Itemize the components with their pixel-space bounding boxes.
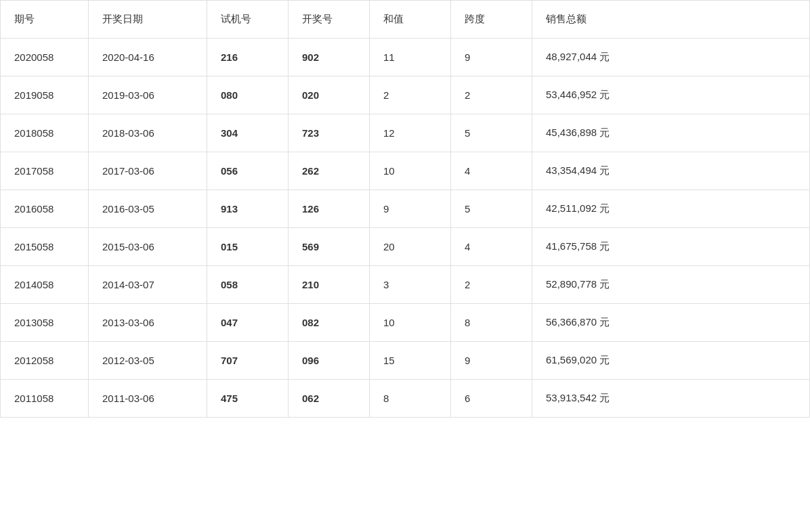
header-shiji: 试机号 (207, 1, 289, 39)
cell-hezhi: 12 (370, 114, 451, 152)
cell-qihao: 2015058 (1, 228, 89, 266)
header-date: 开奖日期 (89, 1, 207, 39)
cell-kuadu: 5 (451, 114, 532, 152)
cell-qihao: 2019058 (1, 76, 89, 114)
table-row: 20120582012-03-0570709615961,569,020 元 (1, 342, 810, 380)
cell-kaijang: 902 (289, 39, 370, 76)
table-row: 20200582020-04-1621690211948,927,044 元 (1, 39, 810, 76)
cell-xiaoshou: 41,675,758 元 (532, 228, 810, 266)
cell-date: 2019-03-06 (89, 76, 207, 114)
header-qihao: 期号 (1, 1, 89, 39)
cell-kuadu: 9 (451, 39, 532, 76)
cell-shiji: 056 (207, 152, 289, 190)
cell-kuadu: 4 (451, 152, 532, 190)
cell-xiaoshou: 53,446,952 元 (532, 76, 810, 114)
cell-xiaoshou: 48,927,044 元 (532, 39, 810, 76)
table-row: 20130582013-03-0604708210856,366,870 元 (1, 304, 810, 342)
cell-kuadu: 8 (451, 304, 532, 342)
cell-shiji: 080 (207, 76, 289, 114)
cell-kuadu: 9 (451, 342, 532, 380)
cell-shiji: 058 (207, 266, 289, 304)
cell-qihao: 2012058 (1, 342, 89, 380)
cell-xiaoshou: 52,890,778 元 (532, 266, 810, 304)
cell-kaijang: 096 (289, 342, 370, 380)
cell-kaijang: 723 (289, 114, 370, 152)
cell-qihao: 2013058 (1, 304, 89, 342)
cell-shiji: 913 (207, 190, 289, 228)
cell-kaijang: 082 (289, 304, 370, 342)
cell-xiaoshou: 56,366,870 元 (532, 304, 810, 342)
cell-date: 2011-03-06 (89, 380, 207, 418)
cell-qihao: 2011058 (1, 380, 89, 418)
cell-xiaoshou: 45,436,898 元 (532, 114, 810, 152)
table-row: 20150582015-03-0601556920441,675,758 元 (1, 228, 810, 266)
cell-kuadu: 4 (451, 228, 532, 266)
cell-hezhi: 10 (370, 304, 451, 342)
cell-xiaoshou: 43,354,494 元 (532, 152, 810, 190)
cell-qihao: 2016058 (1, 190, 89, 228)
cell-kuadu: 6 (451, 380, 532, 418)
cell-qihao: 2017058 (1, 152, 89, 190)
cell-hezhi: 20 (370, 228, 451, 266)
table-header-row: 期号 开奖日期 试机号 开奖号 和值 跨度 销售总额 (1, 1, 810, 39)
cell-hezhi: 15 (370, 342, 451, 380)
table-row: 20190582019-03-060800202253,446,952 元 (1, 76, 810, 114)
header-kaijang: 开奖号 (289, 1, 370, 39)
cell-date: 2018-03-06 (89, 114, 207, 152)
cell-shiji: 707 (207, 342, 289, 380)
cell-qihao: 2014058 (1, 266, 89, 304)
cell-kaijang: 210 (289, 266, 370, 304)
cell-kuadu: 5 (451, 190, 532, 228)
cell-hezhi: 3 (370, 266, 451, 304)
cell-kaijang: 062 (289, 380, 370, 418)
cell-hezhi: 8 (370, 380, 451, 418)
table-row: 20140582014-03-070582103252,890,778 元 (1, 266, 810, 304)
cell-shiji: 015 (207, 228, 289, 266)
cell-kaijang: 020 (289, 76, 370, 114)
cell-hezhi: 11 (370, 39, 451, 76)
header-xiaoshou: 销售总额 (532, 1, 810, 39)
cell-date: 2015-03-06 (89, 228, 207, 266)
cell-hezhi: 9 (370, 190, 451, 228)
cell-kaijang: 569 (289, 228, 370, 266)
table-row: 20170582017-03-0605626210443,354,494 元 (1, 152, 810, 190)
cell-kaijang: 126 (289, 190, 370, 228)
header-hezhi: 和值 (370, 1, 451, 39)
cell-date: 2013-03-06 (89, 304, 207, 342)
cell-qihao: 2018058 (1, 114, 89, 152)
cell-date: 2016-03-05 (89, 190, 207, 228)
cell-shiji: 304 (207, 114, 289, 152)
cell-kuadu: 2 (451, 266, 532, 304)
cell-date: 2012-03-05 (89, 342, 207, 380)
lottery-table: 期号 开奖日期 试机号 开奖号 和值 跨度 销售总额 20200582020-0… (0, 0, 810, 418)
cell-xiaoshou: 42,511,092 元 (532, 190, 810, 228)
main-container: 期号 开奖日期 试机号 开奖号 和值 跨度 销售总额 20200582020-0… (0, 0, 810, 532)
cell-xiaoshou: 61,569,020 元 (532, 342, 810, 380)
cell-date: 2017-03-06 (89, 152, 207, 190)
cell-date: 2020-04-16 (89, 39, 207, 76)
cell-hezhi: 10 (370, 152, 451, 190)
cell-shiji: 047 (207, 304, 289, 342)
header-kuadu: 跨度 (451, 1, 532, 39)
table-row: 20110582011-03-064750628653,913,542 元 (1, 380, 810, 418)
cell-date: 2014-03-07 (89, 266, 207, 304)
table-row: 20180582018-03-0630472312545,436,898 元 (1, 114, 810, 152)
cell-shiji: 216 (207, 39, 289, 76)
table-row: 20160582016-03-059131269542,511,092 元 (1, 190, 810, 228)
cell-kaijang: 262 (289, 152, 370, 190)
cell-qihao: 2020058 (1, 39, 89, 76)
cell-shiji: 475 (207, 380, 289, 418)
cell-kuadu: 2 (451, 76, 532, 114)
cell-hezhi: 2 (370, 76, 451, 114)
cell-xiaoshou: 53,913,542 元 (532, 380, 810, 418)
